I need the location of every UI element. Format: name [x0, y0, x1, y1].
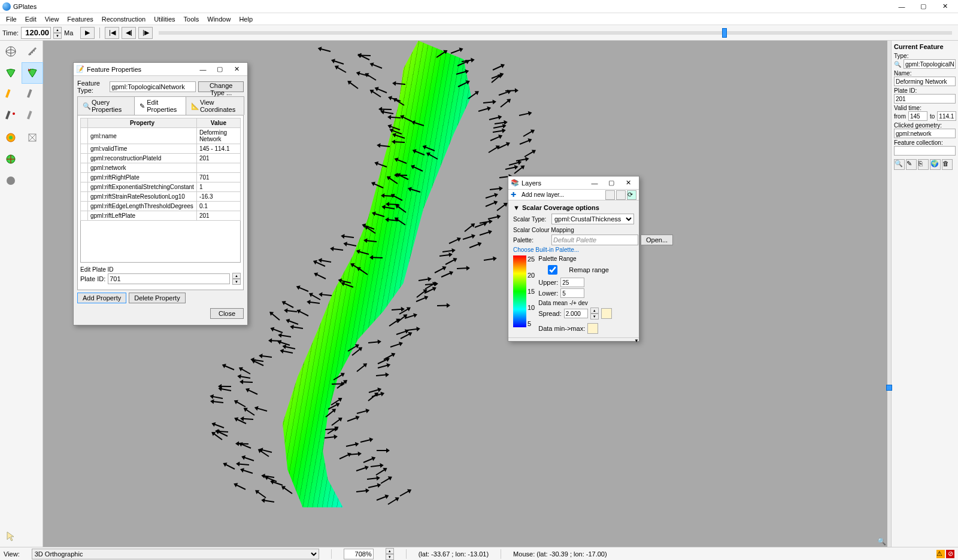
- svg-point-10: [7, 176, 15, 185]
- scalar-header[interactable]: ▼Scalar Coverage options: [513, 203, 634, 212]
- layers-maximize[interactable]: ▢: [603, 178, 620, 188]
- table-row[interactable]: gpml:riftStrainRateResolutionLog10-16.3: [81, 192, 241, 202]
- upper-input[interactable]: [560, 278, 584, 287]
- fp-minimize[interactable]: —: [195, 64, 211, 75]
- cf-from[interactable]: [908, 111, 927, 121]
- status-warn-icon[interactable]: ⚠: [936, 550, 945, 558]
- tool-pole[interactable]: [0, 148, 22, 170]
- search-icon[interactable]: 🔍: [894, 61, 901, 68]
- tool-digitise-1[interactable]: [0, 84, 22, 105]
- layers-tool-1[interactable]: [605, 190, 615, 200]
- layers-refresh[interactable]: ⟳: [627, 190, 636, 200]
- tool-palette: [0, 41, 43, 547]
- cf-to[interactable]: [937, 111, 956, 121]
- menu-edit[interactable]: Edit: [22, 16, 40, 23]
- cf-header: Current Feature: [894, 43, 956, 50]
- tool-topology-1[interactable]: [0, 127, 22, 148]
- time-input[interactable]: [21, 27, 51, 39]
- tool-small-circle[interactable]: [0, 170, 22, 191]
- palette-open-button[interactable]: Open...: [641, 235, 673, 245]
- tool-measure[interactable]: [22, 41, 43, 62]
- table-row[interactable]: gpml:riftLeftPlate201: [81, 211, 241, 221]
- menu-window[interactable]: Window: [204, 16, 234, 23]
- time-slider[interactable]: [159, 31, 952, 35]
- tool-move-vertex[interactable]: [0, 105, 22, 127]
- palette-reset-button[interactable]: [675, 235, 677, 245]
- menu-file[interactable]: File: [2, 16, 20, 23]
- cf-action-2[interactable]: ✎: [906, 159, 917, 170]
- plate-id-input[interactable]: [108, 273, 230, 284]
- fp-close[interactable]: ✕: [228, 64, 245, 75]
- table-row[interactable]: gpml:riftExponentialStretchingConstant1: [81, 182, 241, 192]
- cf-type[interactable]: [904, 59, 956, 69]
- table-row[interactable]: gml:validTime145 - 114.1: [81, 144, 241, 154]
- view-mode-select[interactable]: 3D Orthographic: [32, 549, 319, 559]
- cf-action-1[interactable]: 🔍: [894, 159, 905, 170]
- cf-name[interactable]: [894, 77, 956, 86]
- fp-close-button[interactable]: Close: [210, 308, 244, 319]
- tool-topology-2[interactable]: [22, 127, 43, 148]
- lower-input[interactable]: [560, 288, 584, 298]
- spread-input[interactable]: [564, 309, 588, 318]
- cf-collection[interactable]: [894, 146, 956, 156]
- globe-canvas[interactable]: 📝 Feature Properties — ▢ ✕ Feature Type:…: [43, 41, 887, 547]
- zoom-spinner[interactable]: ▲▼: [386, 548, 394, 560]
- table-row[interactable]: gpml:network: [81, 163, 241, 173]
- menu-tools[interactable]: Tools: [180, 16, 203, 23]
- minmax-apply[interactable]: [587, 323, 598, 334]
- table-row[interactable]: gml:nameDeforming Network: [81, 128, 241, 144]
- step-back-button[interactable]: ◀|: [122, 27, 136, 39]
- spread-spinner[interactable]: ▲▼: [590, 308, 599, 319]
- tool-cursor[interactable]: [0, 525, 22, 547]
- step-forward-button[interactable]: |▶: [138, 27, 153, 39]
- tab-view-coordinates[interactable]: 📐View Coordinates: [186, 96, 244, 115]
- menu-view[interactable]: View: [41, 16, 63, 23]
- scalar-mapping-label: Scalar Colour Mapping: [513, 227, 634, 233]
- menu-reconstruction[interactable]: Reconstruction: [98, 16, 149, 23]
- layers-close[interactable]: ✕: [620, 178, 636, 188]
- tool-select-feature-2[interactable]: [22, 62, 43, 84]
- zoom-input[interactable]: [344, 549, 374, 559]
- menu-features[interactable]: Features: [63, 16, 96, 23]
- minimize-button[interactable]: —: [891, 1, 912, 13]
- add-property-button[interactable]: Add Property: [77, 293, 126, 303]
- layers-tool-2[interactable]: [616, 190, 626, 200]
- menu-utilities[interactable]: Utilities: [150, 16, 178, 23]
- time-spinner[interactable]: ▲▼: [53, 27, 62, 39]
- fp-type-input[interactable]: [110, 81, 196, 92]
- tool-drag-globe[interactable]: [0, 41, 22, 62]
- side-panel-handle[interactable]: [886, 385, 892, 391]
- close-button[interactable]: ✕: [934, 1, 956, 13]
- scalar-type-select[interactable]: gpml:CrustalThickness: [551, 214, 634, 224]
- rewind-start-button[interactable]: |◀: [105, 27, 119, 39]
- delete-property-button[interactable]: Delete Property: [129, 293, 185, 303]
- cf-clicked[interactable]: [894, 129, 956, 138]
- spread-apply[interactable]: [601, 308, 612, 319]
- table-row[interactable]: gpml:reconstructionPlateId201: [81, 154, 241, 163]
- tool-select-feature-1[interactable]: [0, 62, 22, 84]
- remap-checkbox[interactable]: [541, 265, 565, 275]
- status-error-icon[interactable]: ⊘: [946, 550, 954, 558]
- table-row[interactable]: gpml:riftRightPlate701: [81, 173, 241, 182]
- cf-action-4[interactable]: 🌍: [930, 159, 941, 170]
- fp-maximize[interactable]: ▢: [211, 64, 228, 75]
- tool-insert-vertex[interactable]: [22, 105, 43, 127]
- zoom-icon[interactable]: 🔍: [877, 537, 886, 546]
- cf-action-3[interactable]: ⎘: [918, 159, 929, 170]
- table-row[interactable]: gpml:riftEdgeLengthThresholdDegrees0.1: [81, 202, 241, 211]
- choose-palette-link[interactable]: Choose Built-in Palette...: [513, 246, 634, 253]
- fp-change-type-button[interactable]: Change Type ...: [198, 81, 244, 92]
- cf-plate[interactable]: [894, 94, 956, 104]
- plate-id-spinner[interactable]: ▲▼: [232, 273, 241, 285]
- tool-digitise-2[interactable]: [22, 84, 43, 105]
- tab-query-properties[interactable]: 🔍Query Properties: [77, 96, 135, 115]
- add-layer-link[interactable]: Add new layer...: [522, 191, 604, 198]
- properties-table[interactable]: PropertyValue gml:nameDeforming Networkg…: [80, 118, 241, 221]
- cf-action-5[interactable]: 🗑: [942, 159, 953, 170]
- menu-help[interactable]: Help: [235, 16, 256, 23]
- play-button[interactable]: ▶: [80, 27, 95, 39]
- maximize-button[interactable]: ▢: [912, 1, 934, 13]
- palette-input[interactable]: [551, 235, 638, 245]
- layers-minimize[interactable]: —: [586, 178, 603, 188]
- tab-edit-properties[interactable]: ✎Edit Properties: [134, 96, 186, 115]
